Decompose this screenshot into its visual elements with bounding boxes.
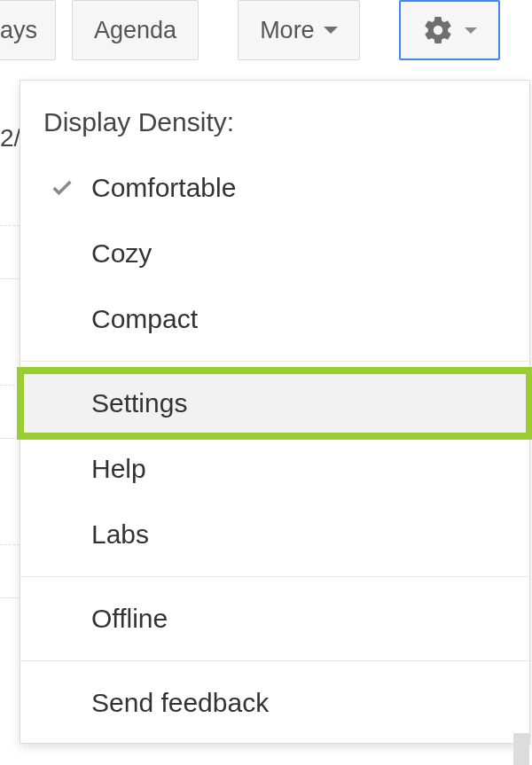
menu-item-offline[interactable]: Offline <box>20 586 529 652</box>
menu-item-label: Settings <box>81 388 187 418</box>
toolbar: ays Agenda More <box>0 0 532 74</box>
view-agenda-label: Agenda <box>94 17 176 44</box>
more-label: More <box>260 17 315 44</box>
menu-divider <box>20 361 529 362</box>
check-icon <box>43 176 81 200</box>
dropdown-caret-icon <box>324 27 338 34</box>
menu-item-label: Comfortable <box>81 173 236 203</box>
calendar-gridlines <box>0 225 20 765</box>
menu-item-label: Offline <box>81 604 168 634</box>
date-fragment: 2/ <box>0 124 20 152</box>
menu-item-labs[interactable]: Labs <box>20 502 529 567</box>
menu-divider <box>20 576 529 577</box>
density-option-comfortable[interactable]: Comfortable <box>20 155 529 221</box>
gear-icon <box>422 14 454 46</box>
menu-item-label: Labs <box>81 519 149 550</box>
settings-gear-button[interactable] <box>399 0 500 60</box>
menu-header: Display Density: <box>20 81 529 155</box>
menu-item-send-feedback[interactable]: Send feedback <box>20 670 529 736</box>
scrollbar-fragment[interactable] <box>513 733 529 765</box>
density-option-cozy[interactable]: Cozy <box>20 221 529 286</box>
menu-item-label: Send feedback <box>81 688 269 718</box>
menu-item-help[interactable]: Help <box>20 436 529 502</box>
menu-item-label: Cozy <box>81 238 152 269</box>
menu-item-label: Help <box>81 454 146 484</box>
menu-item-settings[interactable]: Settings <box>20 371 529 436</box>
menu-item-label: Compact <box>81 304 198 334</box>
view-agenda-button[interactable]: Agenda <box>72 0 199 60</box>
density-option-compact[interactable]: Compact <box>20 286 529 352</box>
settings-menu: Display Density: Comfortable Cozy Compac… <box>20 80 530 744</box>
more-button[interactable]: More <box>238 0 360 60</box>
dropdown-caret-icon <box>465 27 477 34</box>
menu-divider <box>20 660 529 661</box>
view-days-button[interactable]: ays <box>0 0 56 60</box>
view-days-label: ays <box>0 17 37 44</box>
